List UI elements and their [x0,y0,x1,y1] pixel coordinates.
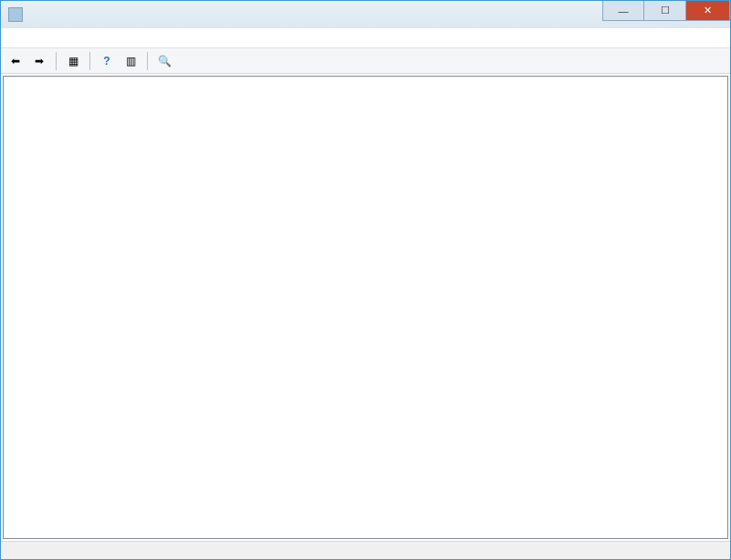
forward-icon: ➡ [35,55,44,67]
menu-help[interactable] [50,36,65,40]
back-button[interactable]: ⬅ [5,51,26,71]
menubar [1,28,730,48]
forward-button[interactable]: ➡ [28,51,50,71]
back-icon: ⬅ [11,55,20,67]
properties-icon: ▥ [126,55,136,67]
help-icon: ? [103,55,110,67]
properties-button[interactable]: ▥ [120,51,141,71]
show-hide-icon: ▦ [68,55,78,67]
toolbar-separator [89,52,90,70]
scan-icon: 🔍 [158,55,172,67]
maximize-button[interactable]: ☐ [644,1,686,21]
menu-view[interactable] [36,36,50,40]
help-button[interactable]: ? [96,51,118,71]
window-controls: — ☐ ✕ [602,1,730,21]
toolbar: ⬅ ➡ ▦ ? ▥ 🔍 [1,48,730,74]
device-tree[interactable] [3,76,728,539]
close-button[interactable]: ✕ [686,1,730,21]
show-hide-button[interactable]: ▦ [62,51,84,71]
app-icon [8,7,23,22]
toolbar-separator [147,52,148,70]
statusbar [1,541,730,559]
minimize-button[interactable]: — [602,1,644,21]
device-manager-window: — ☐ ✕ ⬅ ➡ ▦ ? ▥ 🔍 [0,0,731,560]
menu-file[interactable] [6,36,21,40]
titlebar[interactable]: — ☐ ✕ [1,1,730,28]
toolbar-separator [56,52,57,70]
content-area [1,74,730,541]
scan-button[interactable]: 🔍 [153,51,175,71]
menu-action[interactable] [21,36,36,40]
